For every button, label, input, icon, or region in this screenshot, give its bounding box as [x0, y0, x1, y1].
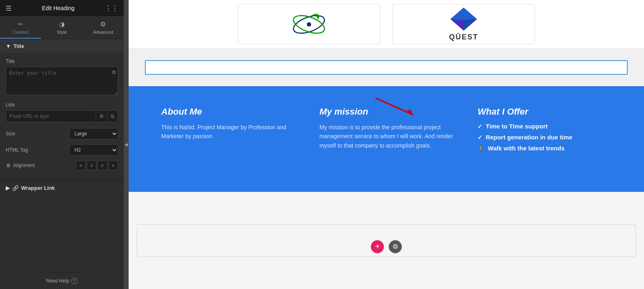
title-section-body: Title ⧉ Link ⚙ ⧉ Size Large [0, 54, 124, 180]
left-panel: ☰ Edit Heading ⋮⋮ ✏ Content ◑ Style ⚙ Ad… [0, 0, 124, 289]
red-arrow-svg [372, 94, 421, 119]
content-tab-icon: ✏ [18, 20, 23, 28]
svg-marker-3 [316, 16, 320, 19]
wrapper-link-label: Wrapper Link [21, 185, 55, 191]
wrapper-link-icon: 🔗 [12, 185, 19, 191]
offer-item-2: Report generation in due time [486, 134, 572, 141]
svg-line-7 [376, 98, 413, 115]
orbit-logo-card [238, 4, 380, 44]
offer-item-1: Time to Time support [486, 123, 548, 130]
title-field-row: Title ⧉ [6, 59, 118, 96]
section-settings-button[interactable]: ⚙ [389, 240, 402, 253]
tab-content-label: Content [13, 30, 28, 35]
title-input-wrap: ⧉ [6, 67, 118, 96]
selected-heading-box[interactable] [145, 60, 628, 75]
panel-footer: Need Help ? [0, 272, 124, 289]
tab-content[interactable]: ✏ Content [0, 16, 41, 39]
link-input-wrap: ⚙ ⧉ [6, 110, 118, 122]
right-content: QŪEST About Me This is Nahid. Project Ma… [129, 0, 644, 289]
what-i-offer-col: What I Offer ✓ Time to Time support ✓ Re… [478, 106, 620, 156]
align-justify-button[interactable]: ≡ [108, 161, 118, 170]
monitor-icon: 🖥 [6, 163, 11, 168]
align-right-button[interactable]: ≡ [97, 161, 107, 170]
alignment-row: 🖥 Alignment ≡ ≡ ≡ ≡ [6, 161, 118, 170]
panel-tabs: ✏ Content ◑ Style ⚙ Advanced [0, 16, 124, 39]
wrapper-link-expand-icon: ▶ [6, 185, 10, 191]
tab-style[interactable]: ◑ Style [41, 16, 82, 39]
need-help-label: Need Help [46, 278, 69, 284]
align-left-button[interactable]: ≡ [76, 161, 85, 170]
add-section-button[interactable]: + [371, 240, 384, 253]
size-select[interactable]: Large Default Small Medium XL XXL [69, 128, 118, 139]
align-buttons: ≡ ≡ ≡ ≡ [76, 161, 118, 170]
check-icon-1: ✓ [478, 123, 482, 130]
link-gear-button[interactable]: ⚙ [96, 111, 107, 122]
quest-logo-wrap: QŪEST [449, 7, 478, 41]
link-field-row: Link ⚙ ⧉ [6, 102, 118, 122]
bottom-buttons: + ⚙ [369, 240, 403, 253]
title-textarea[interactable] [6, 67, 118, 95]
offer-item-3: Walk with the latest trends [488, 145, 565, 152]
list-item: 🚶 Walk with the latest trends [478, 145, 620, 152]
panel-header: ☰ Edit Heading ⋮⋮ [0, 0, 124, 16]
help-icon: ? [71, 278, 78, 284]
link-input[interactable] [6, 111, 96, 122]
list-item: ✓ Time to Time support [478, 123, 620, 130]
tab-advanced-label: Advanced [93, 30, 113, 35]
wrapper-link-section: ▶ 🔗 Wrapper Link [0, 180, 124, 195]
svg-marker-5 [450, 8, 477, 20]
advanced-tab-icon: ⚙ [100, 20, 106, 28]
title-copy-button[interactable]: ⧉ [112, 69, 116, 76]
html-tag-row: HTML Tag H2 H1 H3 H4 H5 H6 div span p [6, 144, 118, 156]
panel-header-title: Edit Heading [42, 5, 74, 11]
list-item: ✓ Report generation in due time [478, 134, 620, 141]
tab-advanced[interactable]: ⚙ Advanced [83, 16, 124, 39]
wrapper-link-header[interactable]: ▶ 🔗 Wrapper Link [0, 181, 124, 195]
check-icon-2: ✓ [478, 134, 482, 141]
style-tab-icon: ◑ [59, 20, 65, 28]
size-row: Size Large Default Small Medium XL XXL [6, 128, 118, 139]
what-i-offer-list: ✓ Time to Time support ✓ Report generati… [478, 123, 620, 152]
walk-icon: 🚶 [478, 145, 484, 152]
dashed-box: + ⚙ [137, 224, 636, 257]
about-me-heading: About Me [161, 106, 303, 117]
blue-section: About Me This is Nahid. Project Manager … [129, 86, 644, 192]
logos-section: QŪEST [129, 0, 644, 49]
hamburger-icon[interactable]: ☰ [6, 4, 11, 12]
link-copy-button[interactable]: ⧉ [107, 111, 118, 122]
align-center-button[interactable]: ≡ [87, 161, 96, 170]
title-section-label: Title [13, 43, 24, 49]
quest-logo-card: QŪEST [392, 4, 535, 44]
collapse-arrow: ◀ [125, 142, 128, 147]
title-section-header[interactable]: ▼ Title [0, 39, 124, 54]
need-help[interactable]: Need Help ? [46, 278, 78, 284]
about-me-col: About Me This is Nahid. Project Manager … [161, 106, 303, 141]
grid-icon[interactable]: ⋮⋮ [105, 4, 118, 12]
bottom-section: + ⚙ [129, 192, 644, 289]
link-field-label: Link [6, 102, 118, 108]
html-tag-label: HTML Tag [6, 147, 69, 153]
svg-point-2 [307, 22, 311, 26]
selected-heading-area [137, 54, 636, 80]
alignment-label: 🖥 Alignment [6, 163, 73, 168]
what-i-offer-heading: What I Offer [478, 106, 620, 117]
quest-diamond-svg [449, 7, 478, 31]
panel-body: ▼ Title Title ⧉ Link ⚙ ⧉ [0, 39, 124, 272]
tab-style-label: Style [57, 30, 67, 35]
html-tag-select[interactable]: H2 H1 H3 H4 H5 H6 div span p [69, 144, 118, 156]
title-collapse-icon: ▼ [6, 43, 11, 49]
quest-text: QŪEST [449, 33, 478, 41]
title-field-label: Title [6, 59, 118, 64]
my-mission-text: My mission is to provide the professiona… [320, 123, 462, 150]
collapse-handle[interactable]: ◀ [124, 0, 129, 289]
about-me-text: This is Nahid. Project Manager by Profes… [161, 123, 303, 141]
svg-marker-6 [464, 19, 477, 30]
size-label: Size [6, 131, 69, 137]
orbit-logo-svg [291, 8, 327, 41]
